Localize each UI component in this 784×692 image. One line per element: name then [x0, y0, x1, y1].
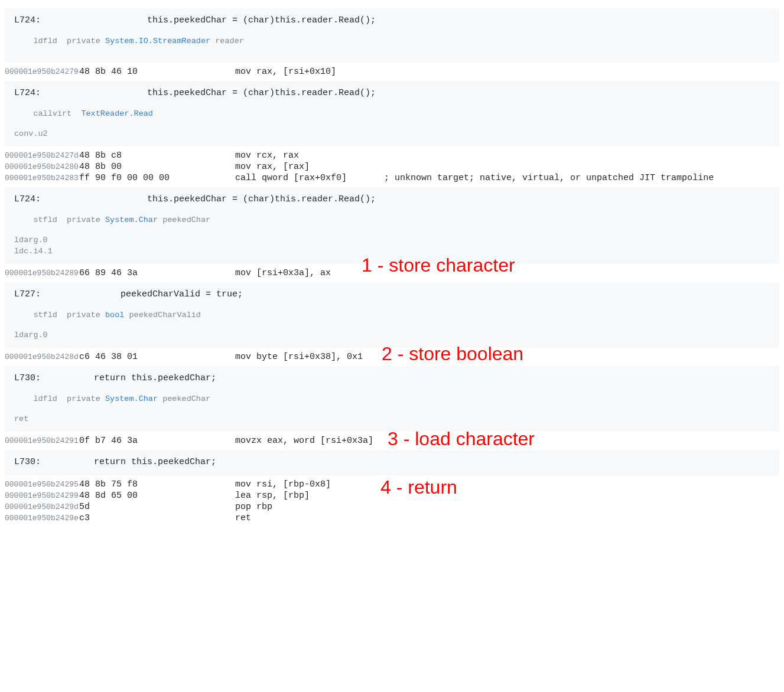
- asm-row: 000001e950b2428d c6 46 38 01 mov byte [r…: [5, 351, 779, 363]
- asm-address: 000001e950b24295: [5, 480, 79, 489]
- source-line: L730: return this.peekedChar;: [14, 457, 770, 467]
- asm-row: 000001e950b2429d 5d pop rbp: [5, 501, 779, 513]
- source-block: L724: this.peekedChar = (char)this.reade…: [5, 81, 779, 146]
- asm-row: 000001e950b24283 ff 90 f0 00 00 00 call …: [5, 172, 779, 184]
- il-line: stfld private bool peekedCharValid: [14, 302, 770, 328]
- asm-address: 000001e950b24280: [5, 162, 79, 171]
- asm-instruction: pop rbp: [235, 502, 779, 512]
- asm-bytes: c6 46 38 01: [79, 352, 235, 362]
- asm-bytes: 48 8d 65 00: [79, 491, 235, 501]
- asm-instruction: mov rax, [rax]: [235, 162, 779, 172]
- asm-row: 000001e950b24289 66 89 46 3a mov [rsi+0x…: [5, 267, 779, 279]
- annotation: 2 - store boolean: [382, 343, 523, 365]
- asm-bytes: c3: [79, 513, 235, 523]
- il-line: ldfld private System.Char peekedChar: [14, 386, 770, 412]
- asm-address: 000001e950b24291: [5, 436, 79, 445]
- asm-bytes: 0f b7 46 3a: [79, 436, 235, 446]
- source-line: L724: this.peekedChar = (char)this.reade…: [14, 194, 770, 204]
- annotation: 1 - store character: [362, 254, 515, 276]
- il-line: conv.u2: [14, 129, 770, 138]
- asm-row: 000001e950b2427d 48 8b c8 mov rcx, rax: [5, 150, 779, 161]
- asm-bytes: ff 90 f0 00 00 00: [79, 173, 235, 183]
- asm-instruction: mov rax, [rsi+0x10]: [235, 67, 779, 77]
- asm-bytes: 48 8b 75 f8: [79, 479, 235, 489]
- asm-bytes: 66 89 46 3a: [79, 268, 235, 278]
- source-block: L724: this.peekedChar = (char)this.reade…: [5, 187, 779, 264]
- source-line: L724: this.peekedChar = (char)this.reade…: [14, 15, 770, 25]
- asm-bytes: 5d: [79, 502, 235, 512]
- type-link[interactable]: System.IO.StreamReader: [105, 37, 210, 45]
- asm-address: 000001e950b24289: [5, 269, 79, 278]
- asm-instruction: mov rsi, [rbp-0x8]: [235, 479, 779, 489]
- asm-instruction: call qword [rax+0xf0] ; unknown target; …: [235, 173, 779, 183]
- annotation: 3 - load character: [388, 428, 535, 450]
- il-line: ldarg.0: [14, 236, 770, 244]
- asm-address: 000001e950b24279: [5, 67, 79, 76]
- source-block: L724: this.peekedChar = (char)this.reade…: [5, 8, 779, 63]
- asm-address: 000001e950b2427d: [5, 151, 79, 160]
- asm-row: 000001e950b24295 48 8b 75 f8 mov rsi, [r…: [5, 479, 779, 490]
- asm-instruction: mov rcx, rax: [235, 151, 779, 161]
- il-line: ret: [14, 414, 770, 423]
- asm-row: 000001e950b24280 48 8b 00 mov rax, [rax]: [5, 161, 779, 172]
- asm-row: 000001e950b24291 0f b7 46 3a movzx eax, …: [5, 435, 779, 446]
- source-block: L730: return this.peekedChar; ldfld priv…: [5, 366, 779, 432]
- type-link[interactable]: TextReader.Read: [81, 109, 153, 118]
- il-line: stfld private System.Char peekedChar: [14, 207, 770, 233]
- asm-address: 000001e950b24299: [5, 491, 79, 500]
- asm-address: 000001e950b24283: [5, 174, 79, 182]
- il-line: ldarg.0: [14, 331, 770, 340]
- source-block: L727: peekedCharValid = true; stfld priv…: [5, 282, 779, 348]
- asm-bytes: 48 8b c8: [79, 151, 235, 161]
- il-line: ldfld private System.IO.StreamReader rea…: [14, 28, 770, 54]
- asm-instruction: ret: [235, 513, 779, 523]
- asm-address: 000001e950b2429d: [5, 502, 79, 511]
- source-line: L727: peekedCharValid = true;: [14, 289, 770, 299]
- il-line: callvirt TextReader.Read: [14, 100, 770, 127]
- source-line: L724: this.peekedChar = (char)this.reade…: [14, 88, 770, 98]
- asm-row: 000001e950b24299 48 8d 65 00 lea rsp, [r…: [5, 490, 779, 501]
- asm-bytes: 48 8b 46 10: [79, 67, 235, 77]
- type-link[interactable]: System.Char: [105, 216, 158, 224]
- asm-instruction: lea rsp, [rbp]: [235, 491, 779, 501]
- asm-row: 000001e950b2429e c3 ret: [5, 513, 779, 524]
- type-link[interactable]: bool: [105, 311, 124, 319]
- asm-address: 000001e950b2429e: [5, 514, 79, 523]
- source-line: L730: return this.peekedChar;: [14, 373, 770, 383]
- type-link[interactable]: System.Char: [105, 394, 158, 403]
- source-block: L730: return this.peekedChar;: [5, 450, 779, 475]
- asm-bytes: 48 8b 00: [79, 162, 235, 172]
- asm-row: 000001e950b24279 48 8b 46 10 mov rax, [r…: [5, 66, 779, 77]
- asm-address: 000001e950b2428d: [5, 352, 79, 361]
